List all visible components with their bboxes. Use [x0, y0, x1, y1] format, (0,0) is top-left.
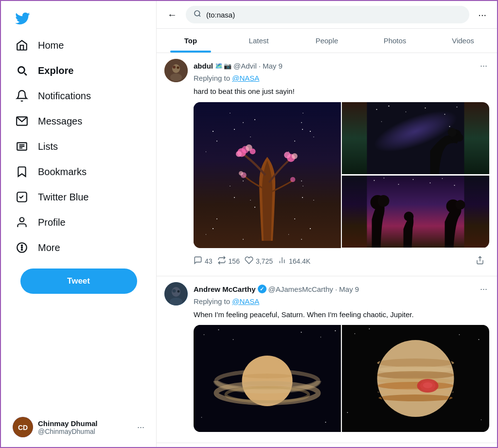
- tab-videos-label: Videos: [452, 36, 474, 45]
- svg-point-47: [384, 178, 385, 179]
- sidebar-item-notifications[interactable]: Notifications: [9, 84, 148, 108]
- tweet-1-actions: 43 156 3,725: [194, 253, 489, 270]
- user-account-footer[interactable]: CD Chinmay Dhumal @ChinmayDhumal ···: [9, 411, 148, 443]
- tweet-image-milky-way: [342, 102, 489, 174]
- svg-point-99: [378, 389, 454, 395]
- account-more-button[interactable]: ···: [137, 422, 144, 432]
- search-bar: ← ···: [157, 1, 497, 29]
- tweet-1-meta: abdul 🗺️ 📷 @Advil · May 9 ··· Replying t…: [194, 59, 489, 83]
- sidebar-item-home[interactable]: Home: [9, 33, 148, 57]
- tweet-header-1: abdul 🗺️ 📷 @Advil · May 9 ··· Replying t…: [164, 59, 489, 83]
- tweet-2-date: May 9: [339, 285, 359, 293]
- sidebar-item-notifications-label: Notifications: [38, 90, 91, 102]
- tab-people[interactable]: People: [293, 29, 361, 53]
- svg-point-51: [442, 178, 443, 179]
- tweet-2-avatar: [164, 282, 188, 305]
- tweet-2-images: [194, 325, 489, 432]
- search-input[interactable]: [206, 11, 462, 19]
- svg-point-34: [376, 109, 377, 110]
- tweet-2-dot: ·: [335, 285, 337, 293]
- tab-latest-label: Latest: [249, 36, 269, 45]
- tweet-1-text: hard to beat this one just sayin!: [194, 86, 489, 97]
- sidebar-item-twitter-blue[interactable]: Twitter Blue: [9, 185, 148, 209]
- tweet-image-purple-sky: [342, 176, 489, 248]
- sidebar-item-bookmarks[interactable]: Bookmarks: [9, 160, 148, 184]
- tweet-2-reply-to-link[interactable]: @NASA: [232, 297, 259, 305]
- tweet-image-saturn: [194, 325, 341, 432]
- tweet-2-more-button[interactable]: ···: [478, 282, 489, 296]
- twitter-logo[interactable]: [9, 5, 148, 30]
- tweet-card-1: abdul 🗺️ 📷 @Advil · May 9 ··· Replying t…: [157, 53, 497, 276]
- tab-people-label: People: [316, 36, 338, 45]
- tab-videos[interactable]: Videos: [429, 29, 497, 53]
- tweet-2-reply-to: Replying to @NASA: [194, 297, 489, 305]
- sidebar-item-lists[interactable]: Lists: [9, 134, 148, 159]
- svg-line-14: [199, 15, 200, 17]
- twitter-blue-icon: [16, 191, 28, 203]
- tab-top-label: Top: [184, 36, 197, 45]
- tab-top[interactable]: Top: [157, 29, 225, 53]
- search-icon: [194, 10, 201, 19]
- sidebar-item-profile-label: Profile: [38, 217, 66, 228]
- svg-point-94: [377, 358, 454, 367]
- sidebar-item-twitter-blue-label: Twitter Blue: [38, 192, 89, 203]
- comment-count-1: 43: [205, 257, 213, 265]
- svg-point-9: [21, 247, 22, 248]
- svg-point-18: [173, 66, 176, 69]
- more-icon: [16, 241, 28, 254]
- search-input-wrapper[interactable]: [186, 6, 469, 23]
- svg-point-64: [170, 298, 182, 305]
- svg-point-52: [454, 185, 455, 186]
- like-icon-1: [245, 256, 253, 267]
- comment-action-1[interactable]: 43: [194, 253, 217, 270]
- views-action-1[interactable]: 164.4K: [278, 253, 315, 270]
- svg-point-17: [170, 73, 182, 81]
- tweet-1-reply-to: Replying to @NASA: [194, 74, 489, 82]
- sidebar-item-more[interactable]: More: [9, 235, 148, 260]
- sidebar-nav: Home Explore Notifications Messages List: [9, 32, 148, 261]
- like-action-1[interactable]: 3,725: [245, 253, 278, 270]
- tab-latest[interactable]: Latest: [225, 29, 293, 53]
- sidebar-item-explore-label: Explore: [38, 65, 73, 76]
- svg-point-27: [292, 153, 298, 159]
- retweet-count-1: 156: [229, 257, 240, 265]
- tweet-1-more-button[interactable]: ···: [478, 59, 489, 73]
- views-count-1: 164.4K: [289, 257, 310, 265]
- svg-point-96: [377, 371, 455, 379]
- svg-point-71: [301, 332, 302, 333]
- svg-point-46: [374, 180, 375, 181]
- share-action-1[interactable]: [476, 253, 489, 270]
- svg-point-39: [457, 107, 458, 108]
- more-dots-icon: ···: [478, 9, 486, 20]
- like-count-1: 3,725: [256, 257, 273, 265]
- sidebar-item-explore[interactable]: Explore: [9, 58, 148, 83]
- retweet-action-1[interactable]: 156: [217, 253, 245, 270]
- search-more-button[interactable]: ···: [475, 6, 489, 23]
- svg-point-100: [379, 394, 453, 401]
- sidebar-item-profile[interactable]: Profile: [9, 210, 148, 234]
- svg-point-30: [239, 171, 243, 175]
- svg-point-41: [449, 126, 450, 127]
- svg-point-6: [20, 217, 24, 222]
- verified-badge-2: ✓: [258, 285, 267, 293]
- back-button[interactable]: ←: [164, 6, 180, 23]
- svg-point-68: [204, 334, 205, 335]
- sidebar-item-messages[interactable]: Messages: [9, 109, 148, 133]
- user-display-name: Chinmay Dhumal: [38, 419, 132, 428]
- svg-point-54: [378, 195, 390, 207]
- svg-point-48: [398, 184, 399, 185]
- svg-point-74: [201, 417, 202, 418]
- svg-point-10: [21, 249, 22, 250]
- svg-point-31: [290, 177, 296, 182]
- tab-photos[interactable]: Photos: [361, 29, 429, 53]
- views-icon-1: [278, 256, 286, 267]
- comment-icon-1: [194, 256, 202, 267]
- lists-icon: [16, 140, 28, 153]
- tweet-1-handle: @Advil: [233, 62, 257, 70]
- tweet-button[interactable]: Tweet: [20, 269, 137, 294]
- svg-point-69: [218, 329, 219, 330]
- user-info: Chinmay Dhumal @ChinmayDhumal: [38, 419, 132, 435]
- svg-point-75: [325, 422, 326, 423]
- tweet-header-2: Andrew McCarthy ✓ @AJamesMcCarthy · May …: [164, 282, 489, 306]
- tweet-1-reply-to-link[interactable]: @NASA: [232, 74, 259, 82]
